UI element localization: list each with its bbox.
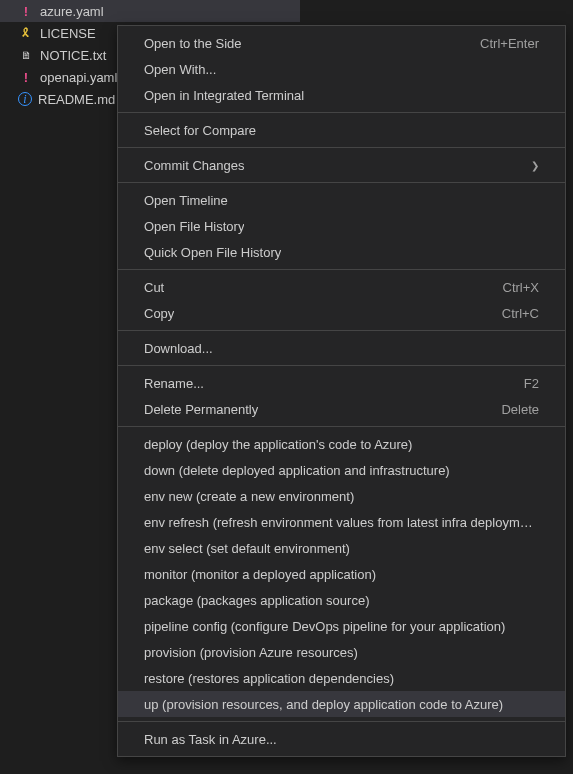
context-menu: Open to the SideCtrl+EnterOpen With...Op…: [117, 25, 566, 757]
menu-item-env-new-create[interactable]: env new (create a new environment): [118, 483, 565, 509]
menu-item-label: restore (restores application dependenci…: [144, 671, 394, 686]
menu-item-open-timeline[interactable]: Open Timeline: [118, 187, 565, 213]
menu-item-shortcut: Ctrl+Enter: [480, 36, 539, 51]
menu-item-provision-provision-azure[interactable]: provision (provision Azure resources): [118, 639, 565, 665]
file-label: README.md: [38, 92, 115, 107]
menu-separator: [118, 365, 565, 366]
menu-item-shortcut: Ctrl+C: [502, 306, 539, 321]
menu-item-label: monitor (monitor a deployed application): [144, 567, 376, 582]
menu-separator: [118, 147, 565, 148]
info-icon: i: [18, 92, 32, 106]
menu-item-label: up (provision resources, and deploy appl…: [144, 697, 503, 712]
menu-item-shortcut: Delete: [501, 402, 539, 417]
menu-separator: [118, 112, 565, 113]
menu-item-label: Delete Permanently: [144, 402, 258, 417]
menu-item-copy[interactable]: CopyCtrl+C: [118, 300, 565, 326]
menu-item-label: Open With...: [144, 62, 216, 77]
menu-item-shortcut: Ctrl+X: [503, 280, 539, 295]
file-label: NOTICE.txt: [40, 48, 106, 63]
menu-item-open-to-the[interactable]: Open to the SideCtrl+Enter: [118, 30, 565, 56]
menu-separator: [118, 269, 565, 270]
menu-separator: [118, 330, 565, 331]
chevron-right-icon: ❯: [531, 160, 539, 171]
menu-item-rename[interactable]: Rename...F2: [118, 370, 565, 396]
file-label: LICENSE: [40, 26, 96, 41]
menu-item-label: down (delete deployed application and in…: [144, 463, 450, 478]
menu-item-quick-open-file[interactable]: Quick Open File History: [118, 239, 565, 265]
menu-item-open-in-integrated[interactable]: Open in Integrated Terminal: [118, 82, 565, 108]
menu-item-monitor-monitor-a[interactable]: monitor (monitor a deployed application): [118, 561, 565, 587]
menu-item-env-select-set[interactable]: env select (set default environment): [118, 535, 565, 561]
license-icon: 🎗: [18, 25, 34, 41]
menu-item-cut[interactable]: CutCtrl+X: [118, 274, 565, 300]
menu-item-label: package (packages application source): [144, 593, 369, 608]
menu-item-label: env new (create a new environment): [144, 489, 354, 504]
menu-item-label: env refresh (refresh environment values …: [144, 515, 539, 530]
menu-item-label: env select (set default environment): [144, 541, 350, 556]
menu-item-env-refresh-refresh[interactable]: env refresh (refresh environment values …: [118, 509, 565, 535]
menu-item-label: Open File History: [144, 219, 244, 234]
menu-item-label: Quick Open File History: [144, 245, 281, 260]
menu-item-commit-changes[interactable]: Commit Changes❯: [118, 152, 565, 178]
menu-item-label: pipeline config (configure DevOps pipeli…: [144, 619, 505, 634]
menu-item-label: Copy: [144, 306, 174, 321]
yaml-icon: !: [18, 3, 34, 19]
menu-item-label: Open Timeline: [144, 193, 228, 208]
menu-item-label: Select for Compare: [144, 123, 256, 138]
menu-item-pipeline-config-configure[interactable]: pipeline config (configure DevOps pipeli…: [118, 613, 565, 639]
menu-item-run-as-task[interactable]: Run as Task in Azure...: [118, 726, 565, 752]
menu-item-download[interactable]: Download...: [118, 335, 565, 361]
menu-item-label: Open to the Side: [144, 36, 242, 51]
menu-item-label: deploy (deploy the application's code to…: [144, 437, 412, 452]
menu-item-up-provision-resources[interactable]: up (provision resources, and deploy appl…: [118, 691, 565, 717]
menu-separator: [118, 721, 565, 722]
txt-icon: 🗎: [18, 47, 34, 63]
file-label: openapi.yaml: [40, 70, 117, 85]
menu-item-label: Cut: [144, 280, 164, 295]
menu-item-restore-restores-application[interactable]: restore (restores application dependenci…: [118, 665, 565, 691]
menu-item-open-with[interactable]: Open With...: [118, 56, 565, 82]
menu-item-label: Run as Task in Azure...: [144, 732, 277, 747]
menu-item-down-delete-deployed[interactable]: down (delete deployed application and in…: [118, 457, 565, 483]
menu-item-package-packages-application[interactable]: package (packages application source): [118, 587, 565, 613]
menu-separator: [118, 426, 565, 427]
menu-item-shortcut: F2: [524, 376, 539, 391]
menu-item-delete-permanently[interactable]: Delete PermanentlyDelete: [118, 396, 565, 422]
menu-separator: [118, 182, 565, 183]
menu-item-label: Commit Changes: [144, 158, 244, 173]
menu-item-label: provision (provision Azure resources): [144, 645, 358, 660]
file-label: azure.yaml: [40, 4, 104, 19]
menu-item-label: Download...: [144, 341, 213, 356]
menu-item-select-for-compare[interactable]: Select for Compare: [118, 117, 565, 143]
menu-item-deploy-deploy-the[interactable]: deploy (deploy the application's code to…: [118, 431, 565, 457]
yaml-icon: !: [18, 69, 34, 85]
menu-item-label: Open in Integrated Terminal: [144, 88, 304, 103]
menu-item-open-file-history[interactable]: Open File History: [118, 213, 565, 239]
menu-item-label: Rename...: [144, 376, 204, 391]
file-item-azure-yaml[interactable]: !azure.yaml: [0, 0, 300, 22]
